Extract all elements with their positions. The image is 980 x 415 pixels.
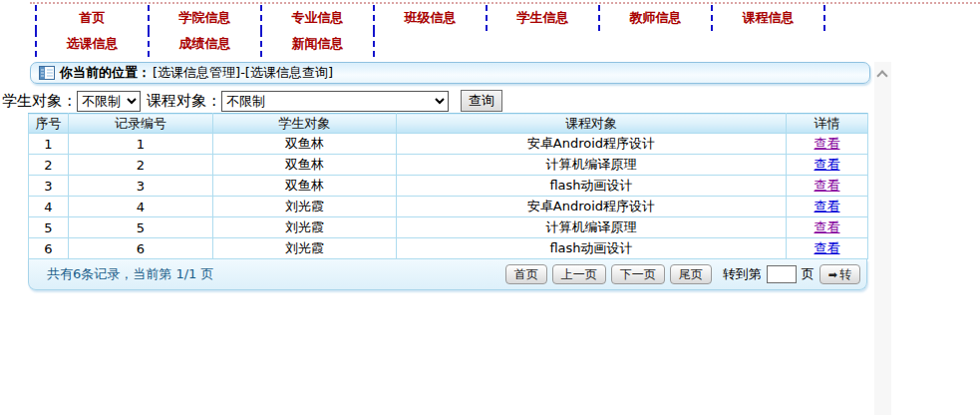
frame-scrollbar[interactable] xyxy=(874,62,891,415)
records-table: 序号 记录编号 学生对象 课程对象 详情 1 1 双鱼林 安卓Android程序… xyxy=(28,113,868,259)
cell-record-id: 3 xyxy=(69,176,213,197)
cell-index: 6 xyxy=(29,238,69,259)
nav-item-class-info[interactable]: 班级信息 xyxy=(373,5,486,31)
cell-index: 1 xyxy=(29,134,69,155)
cell-student: 刘光霞 xyxy=(213,238,397,259)
student-filter-label: 学生对象： xyxy=(2,92,77,111)
course-filter-select[interactable]: 不限制 xyxy=(221,91,449,112)
top-dotted-divider xyxy=(30,2,980,4)
last-page-button[interactable]: 尾页 xyxy=(670,264,712,284)
cell-record-id: 5 xyxy=(69,217,213,238)
table-row: 6 6 刘光霞 flash动画设计 查看 xyxy=(29,238,868,259)
cell-course: 安卓Android程序设计 xyxy=(397,197,787,217)
cell-detail: 查看 xyxy=(787,238,868,259)
view-link[interactable]: 查看 xyxy=(815,240,840,255)
cell-index: 2 xyxy=(29,155,69,176)
cell-detail: 查看 xyxy=(787,197,868,217)
nav-item-teacher-info[interactable]: 教师信息 xyxy=(598,5,711,31)
cell-student: 双鱼林 xyxy=(213,155,397,176)
nav-item-college-info[interactable]: 学院信息 xyxy=(148,5,260,31)
nav-item-course-info[interactable]: 课程信息 xyxy=(711,5,823,31)
pager-controls: 首页 上一页 下一页 尾页 转到第 页 ➡转 xyxy=(505,264,860,284)
cell-course: flash动画设计 xyxy=(397,176,787,197)
header-detail: 详情 xyxy=(787,114,868,134)
goto-page-input[interactable] xyxy=(767,265,797,283)
nav-item-news-info[interactable]: 新闻信息 xyxy=(260,31,373,57)
view-link[interactable]: 查看 xyxy=(815,136,840,151)
cell-record-id: 1 xyxy=(69,134,213,155)
go-button-label: 转 xyxy=(839,267,851,281)
cell-index: 4 xyxy=(29,197,69,217)
nav-item-home[interactable]: 首页 xyxy=(35,5,148,31)
view-link[interactable]: 查看 xyxy=(815,219,840,234)
table-header-row: 序号 记录编号 学生对象 课程对象 详情 xyxy=(29,114,868,134)
breadcrumb-path: [选课信息管理]-[选课信息查询] xyxy=(153,64,333,82)
nav-divider xyxy=(823,5,825,31)
main-nav-row-2: 选课信息 成绩信息 新闻信息 xyxy=(35,31,375,57)
cell-student: 双鱼林 xyxy=(213,176,397,197)
query-button[interactable]: 查询 xyxy=(461,90,502,112)
cell-detail: 查看 xyxy=(787,155,868,176)
cell-detail: 查看 xyxy=(787,134,868,155)
goto-page-suffix: 页 xyxy=(802,265,815,283)
cell-detail: 查看 xyxy=(787,217,868,238)
table-row: 1 1 双鱼林 安卓Android程序设计 查看 xyxy=(29,134,868,155)
cell-course: 计算机编译原理 xyxy=(397,217,787,238)
breadcrumb-label: 你当前的位置： xyxy=(60,64,151,82)
view-link[interactable]: 查看 xyxy=(815,157,840,172)
table-row: 4 4 刘光霞 安卓Android程序设计 查看 xyxy=(29,197,868,217)
go-button[interactable]: ➡转 xyxy=(819,264,860,284)
nav-item-course-selection-info[interactable]: 选课信息 xyxy=(35,31,148,57)
goto-page-label: 转到第 xyxy=(723,265,762,283)
header-index: 序号 xyxy=(29,114,69,134)
cell-record-id: 4 xyxy=(69,197,213,217)
breadcrumb-bar: 你当前的位置： [选课信息管理]-[选课信息查询] xyxy=(30,62,870,84)
scroll-up-icon[interactable] xyxy=(876,70,887,81)
cell-record-id: 2 xyxy=(69,155,213,176)
page: 首页 学院信息 专业信息 班级信息 学生信息 教师信息 课程信息 选课信息 成绩… xyxy=(0,0,980,415)
nav-item-grade-info[interactable]: 成绩信息 xyxy=(148,31,260,57)
cell-course: 计算机编译原理 xyxy=(397,155,787,176)
cell-student: 刘光霞 xyxy=(213,217,397,238)
pagination-bar: 共有6条记录，当前第 1/1 页 首页 上一页 下一页 尾页 转到第 页 ➡转 xyxy=(28,259,867,290)
nav-item-major-info[interactable]: 专业信息 xyxy=(260,5,373,31)
table-body: 1 1 双鱼林 安卓Android程序设计 查看 2 2 双鱼林 计算机编译原理… xyxy=(29,134,868,259)
cell-course: flash动画设计 xyxy=(397,238,787,259)
cell-record-id: 6 xyxy=(69,238,213,259)
cell-index: 3 xyxy=(29,176,69,197)
header-record-id: 记录编号 xyxy=(69,114,213,134)
cell-student: 双鱼林 xyxy=(213,134,397,155)
next-page-button[interactable]: 下一页 xyxy=(611,264,665,284)
cell-detail: 查看 xyxy=(787,176,868,197)
cell-index: 5 xyxy=(29,217,69,238)
table-row: 2 2 双鱼林 计算机编译原理 查看 xyxy=(29,155,868,176)
record-count-summary: 共有6条记录，当前第 1/1 页 xyxy=(47,265,213,283)
main-nav-row-1: 首页 学院信息 专业信息 班级信息 学生信息 教师信息 课程信息 xyxy=(35,5,825,31)
table-row: 5 5 刘光霞 计算机编译原理 查看 xyxy=(29,217,868,238)
header-course: 课程对象 xyxy=(397,114,787,134)
view-link[interactable]: 查看 xyxy=(815,178,840,193)
course-filter-label: 课程对象： xyxy=(147,92,221,111)
location-icon xyxy=(39,66,55,80)
cell-student: 刘光霞 xyxy=(213,197,397,217)
header-student: 学生对象 xyxy=(213,114,397,134)
filter-row: 学生对象： 不限制 课程对象： 不限制 查询 xyxy=(2,89,502,113)
go-arrow-icon: ➡ xyxy=(828,268,837,281)
student-filter-select[interactable]: 不限制 xyxy=(77,91,141,112)
nav-divider xyxy=(373,31,375,57)
table-row: 3 3 双鱼林 flash动画设计 查看 xyxy=(29,176,868,197)
first-page-button[interactable]: 首页 xyxy=(505,264,547,284)
nav-item-student-info[interactable]: 学生信息 xyxy=(486,5,598,31)
cell-course: 安卓Android程序设计 xyxy=(397,134,787,155)
prev-page-button[interactable]: 上一页 xyxy=(552,264,606,284)
view-link[interactable]: 查看 xyxy=(815,199,840,213)
